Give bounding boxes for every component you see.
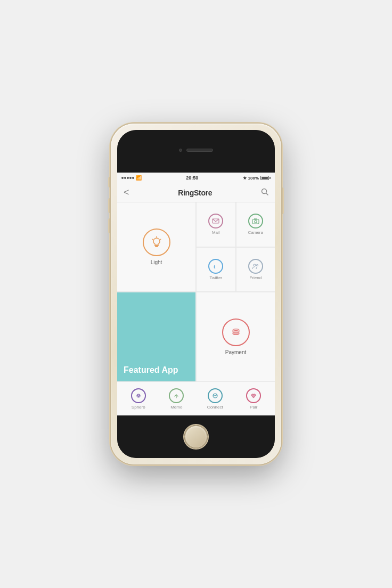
mail-icon-circle bbox=[208, 214, 223, 228]
svg-line-1 bbox=[266, 193, 268, 195]
svg-rect-10 bbox=[254, 218, 257, 220]
payment-icon-circle bbox=[222, 318, 250, 346]
app-grid: Light Mail bbox=[117, 202, 275, 381]
svg-rect-2 bbox=[154, 245, 159, 246]
bluetooth-icon: ★ bbox=[243, 176, 247, 181]
twitter-app-label: Twitter bbox=[209, 275, 222, 280]
payment-app-cell[interactable]: Payment bbox=[197, 292, 275, 381]
memo-icon-circle bbox=[169, 388, 184, 403]
connect-icon-circle bbox=[208, 388, 223, 403]
battery-percent: 100% bbox=[248, 176, 259, 181]
status-left: 📶 bbox=[121, 175, 142, 181]
connect-app-label: Connect bbox=[207, 405, 223, 410]
bottom-bezel bbox=[117, 415, 275, 458]
pair-app-label: Pair bbox=[250, 405, 257, 410]
camera-app-cell[interactable]: Camera bbox=[236, 202, 275, 247]
light-app-label: Light bbox=[151, 259, 162, 265]
mail-app-cell[interactable]: Mail bbox=[197, 202, 235, 247]
camera-icon-circle bbox=[248, 214, 263, 228]
status-time: 20:50 bbox=[186, 175, 198, 181]
mail-app-label: Mail bbox=[212, 230, 220, 235]
screen: 📶 20:50 ★ 100% < RingStore bbox=[117, 173, 275, 415]
camera-app-label: Camera bbox=[248, 230, 263, 235]
friend-icon-circle bbox=[248, 259, 263, 274]
phone-screen: 📶 20:50 ★ 100% < RingStore bbox=[117, 130, 275, 458]
bottom-icons-row: Sphero Memo bbox=[117, 381, 275, 415]
sphero-app-cell[interactable]: Sphero bbox=[131, 388, 146, 410]
speaker bbox=[186, 149, 213, 152]
svg-text:t: t bbox=[214, 264, 216, 270]
twitter-icon-circle: t bbox=[208, 259, 223, 274]
sphero-icon-circle bbox=[131, 388, 146, 403]
volume-down-button bbox=[108, 218, 110, 233]
featured-app-cell[interactable]: Featured App bbox=[117, 292, 195, 381]
featured-app-label: Featured App bbox=[124, 365, 178, 375]
signal-bars bbox=[121, 177, 134, 179]
power-button bbox=[282, 187, 284, 214]
status-right: ★ 100% bbox=[243, 176, 271, 181]
svg-point-12 bbox=[254, 264, 256, 266]
volume-up-button bbox=[108, 198, 110, 213]
sphero-app-label: Sphero bbox=[132, 405, 145, 410]
small-apps-grid: Mail Camera bbox=[197, 202, 275, 291]
status-bar: 📶 20:50 ★ 100% bbox=[117, 173, 275, 183]
light-icon-circle bbox=[143, 228, 170, 256]
phone-frame: 📶 20:50 ★ 100% < RingStore bbox=[111, 124, 281, 464]
friend-app-cell[interactable]: Friend bbox=[236, 248, 275, 292]
top-bezel bbox=[117, 130, 275, 173]
svg-rect-3 bbox=[155, 246, 158, 247]
svg-line-6 bbox=[160, 239, 161, 240]
connect-app-cell[interactable]: Connect bbox=[207, 388, 223, 410]
light-app-cell[interactable]: Light bbox=[117, 202, 195, 291]
friend-app-label: Friend bbox=[249, 275, 262, 280]
back-button[interactable]: < bbox=[124, 187, 129, 198]
svg-point-24 bbox=[138, 395, 138, 396]
memo-app-cell[interactable]: Memo bbox=[169, 388, 184, 410]
navigation-bar: < RingStore bbox=[117, 183, 275, 202]
mute-button bbox=[108, 177, 110, 187]
battery-icon bbox=[260, 176, 271, 180]
twitter-app-cell[interactable]: t Twitter bbox=[197, 248, 235, 292]
front-camera bbox=[179, 149, 182, 152]
pair-icon-circle bbox=[246, 388, 261, 403]
svg-point-13 bbox=[256, 264, 258, 266]
page-title: RingStore bbox=[178, 189, 212, 197]
search-icon[interactable] bbox=[261, 188, 268, 197]
svg-point-9 bbox=[255, 220, 257, 223]
pair-app-cell[interactable]: Pair bbox=[246, 388, 261, 410]
svg-line-5 bbox=[152, 239, 153, 240]
memo-app-label: Memo bbox=[170, 405, 182, 410]
home-button[interactable] bbox=[184, 425, 208, 448]
payment-app-label: Payment bbox=[225, 349, 246, 355]
wifi-icon: 📶 bbox=[136, 175, 142, 181]
